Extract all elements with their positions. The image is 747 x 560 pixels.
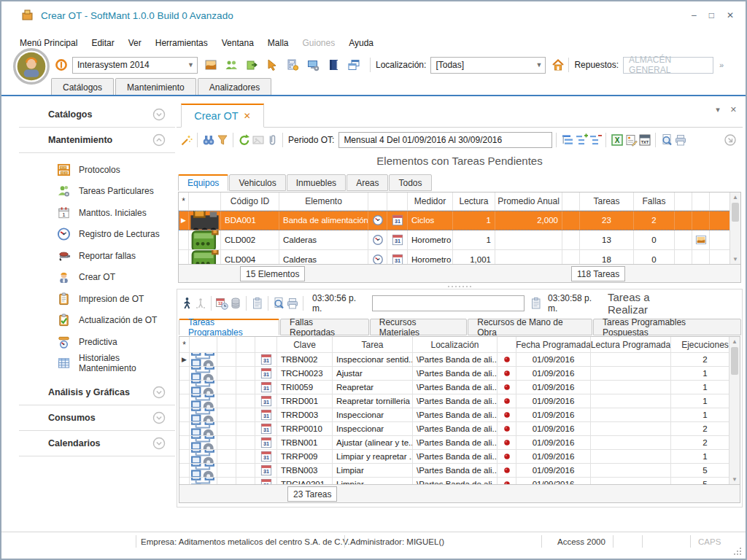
scroll-down-icon[interactable]: ▼ — [730, 256, 740, 262]
print-icon[interactable] — [285, 297, 299, 311]
cell-clave[interactable]: TRRD003 — [277, 408, 333, 422]
col-promedio[interactable]: Promedio Anual — [495, 192, 562, 211]
attachment-icon[interactable] — [265, 133, 279, 147]
sidebar-item-historiales-mantenimiento[interactable]: Historiales Mantenimiento — [19, 353, 175, 375]
walk-person-icon[interactable] — [180, 297, 194, 311]
tab-recursos-de-mano-de-obra[interactable]: Recursos de Mano de Obra — [468, 319, 592, 335]
sidebar-item-manttos-iniciales[interactable]: 1Manttos. Iniciales — [19, 202, 175, 224]
calendar-clock-icon[interactable]: 12 — [215, 297, 229, 311]
sidebar-item-actualización-de-ot[interactable]: Actualización de OT — [19, 310, 175, 332]
picture-icon[interactable] — [204, 58, 217, 72]
search-input[interactable] — [372, 295, 525, 311]
menu-item-ventana[interactable]: Ventana — [222, 38, 254, 48]
gauge-icon[interactable] — [368, 230, 387, 250]
sidebar-group-consumos[interactable]: Consumos — [19, 407, 175, 429]
export-icon[interactable] — [244, 58, 258, 72]
cell-fecha[interactable]: 01/09/2016 — [516, 436, 591, 450]
sidebar-item-crear-ot[interactable]: Crear OT — [19, 267, 175, 289]
cell-tarea[interactable]: Ajustar — [333, 367, 413, 381]
cell-fecha[interactable]: 01/09/2016 — [516, 394, 591, 408]
tree-view-icon[interactable] — [560, 133, 574, 147]
calendar-icon[interactable]: 31 — [255, 394, 277, 408]
periodo-input[interactable]: Mensual 4 Del 01/09/2016 Al 30/09/2016 — [338, 132, 552, 148]
cell-codigo[interactable]: CLD002 — [221, 230, 279, 250]
vertical-scrollbar[interactable]: ▲ ▼ — [729, 192, 740, 264]
export-excel-icon[interactable]: X — [610, 133, 624, 147]
scroll-up-icon[interactable]: ▲ — [730, 194, 740, 201]
table-row[interactable]: 31TRCH0023Ajustar\Partes Banda de ali...… — [179, 367, 740, 381]
table-row[interactable]: 31TRRD001Reapretar tornilleria\Partes Ba… — [179, 394, 740, 408]
database-icon[interactable] — [229, 297, 243, 311]
tab-equipos[interactable]: Equipos — [178, 174, 228, 191]
tab-todos[interactable]: Todos — [389, 174, 431, 191]
cell-clave[interactable]: TRBN002 — [277, 353, 333, 367]
cell-tarea[interactable]: Limpiar — [333, 464, 413, 478]
cell-localizacion[interactable]: \Partes Banda de ali... — [413, 381, 498, 394]
filter-icon[interactable] — [215, 133, 229, 147]
col-lectura[interactable]: Lectura — [453, 192, 495, 211]
cell-fecha[interactable]: 01/09/2016 — [516, 450, 591, 464]
cell-clave[interactable]: TRRP0010 — [277, 422, 333, 436]
cell-fecha[interactable]: 01/09/2016 — [516, 381, 591, 394]
sidebar-group-calendarios[interactable]: Calendarios — [19, 432, 175, 454]
cell-lectura-prog[interactable] — [591, 408, 671, 422]
table-row[interactable]: 31TRBN003Limpiar\Partes Banda de ali...0… — [179, 464, 740, 478]
cell-lectura[interactable]: 1 — [453, 230, 495, 250]
table-row[interactable]: 31TRRP0010Inspeccionar\Partes Banda de a… — [179, 422, 740, 436]
preview-icon[interactable] — [272, 297, 286, 311]
cell-fecha[interactable]: 01/09/2016 — [516, 464, 591, 478]
cell-localizacion[interactable]: \Partes Banda de ali... — [413, 464, 498, 478]
tree-expand-icon[interactable] — [574, 133, 588, 147]
cell-localizacion[interactable]: \Partes Banda de ali... — [413, 422, 498, 436]
vertical-scrollbar[interactable]: ▲ ▼ — [729, 337, 740, 484]
collapse-icon[interactable] — [151, 133, 166, 148]
menu-item-menú-principal[interactable]: Menú Principal — [20, 38, 77, 48]
tree-collapse-icon[interactable] — [588, 133, 602, 147]
table-row[interactable]: ▶BDA001Banda de alimentación31Ciclos12,0… — [179, 211, 740, 230]
expand-icon[interactable] — [151, 385, 166, 400]
cell-clave[interactable]: TRI0059 — [277, 381, 333, 394]
calendar-icon[interactable]: 31 — [255, 436, 277, 450]
cell-clave[interactable]: TRRP009 — [277, 450, 333, 464]
col-localizacion[interactable]: Localización — [413, 337, 498, 353]
col-codigo[interactable]: Código ID — [221, 192, 279, 211]
sidebar-group-catálogos[interactable]: Catálogos — [19, 104, 175, 125]
localizacion-combo[interactable]: [Todas] ▼ — [430, 57, 546, 74]
cell-tarea[interactable]: Limpiar y reapretar ... — [333, 450, 413, 464]
ribbon-tab-mantenimiento[interactable]: Mantenimiento — [115, 78, 196, 96]
cell-medidor[interactable]: Ciclos — [408, 211, 453, 230]
cell-tarea[interactable]: Ajustar (alinear y te... — [333, 436, 413, 450]
notebook-icon[interactable] — [326, 58, 340, 72]
users-icon[interactable] — [224, 58, 238, 72]
table-row[interactable]: 31TRRD003Inspeccionar\Partes Banda de al… — [179, 408, 740, 422]
cell-promedio[interactable]: 2,000 — [495, 211, 562, 230]
tab-tareas-programables-pospuestas[interactable]: Tareas Programables Pospuestas — [593, 319, 741, 335]
sidebar-group-mantenimiento[interactable]: Mantenimiento — [19, 129, 175, 151]
cell-codigo[interactable]: BDA001 — [221, 211, 279, 230]
calendar-icon[interactable]: 31 — [255, 408, 277, 422]
calendar-icon[interactable]: 31 — [387, 230, 408, 250]
sidebar-item-impresion-de-ot[interactable]: Impresion de OT — [19, 288, 175, 310]
sidebar-item-reportar-fallas[interactable]: Reportar fallas — [19, 245, 175, 267]
cell-lectura-prog[interactable] — [591, 436, 671, 450]
tab-vehiculos[interactable]: Vehiculos — [229, 174, 285, 191]
system-combo[interactable]: Interasystem 2014 ▼ — [72, 57, 198, 74]
windows-icon[interactable] — [347, 58, 360, 72]
tab-list-dropdown-icon[interactable]: ▾ — [716, 105, 720, 114]
cell-tareas[interactable]: 13 — [580, 230, 634, 250]
col-tarea[interactable]: Tarea — [333, 337, 413, 353]
report-icon[interactable] — [624, 133, 638, 147]
alert-icon[interactable] — [54, 58, 68, 72]
calendar-icon[interactable]: 31 — [255, 381, 277, 394]
cell-tarea[interactable]: Inspeccionar — [333, 422, 413, 436]
cell-lectura-prog[interactable] — [591, 353, 671, 367]
home-icon[interactable] — [551, 58, 565, 72]
close-button[interactable]: ✕ — [727, 10, 734, 20]
maximize-button[interactable]: □ — [709, 10, 714, 20]
cell-tarea[interactable]: Inspeccionar — [333, 408, 413, 422]
cell-fecha[interactable]: 01/09/2016 — [516, 367, 591, 381]
col-lectura-prog[interactable]: Lectura Programada — [591, 337, 671, 353]
cell-lectura-prog[interactable] — [591, 394, 671, 408]
close-tab-icon[interactable]: ✕ — [244, 111, 251, 121]
refresh-icon[interactable] — [237, 133, 251, 147]
